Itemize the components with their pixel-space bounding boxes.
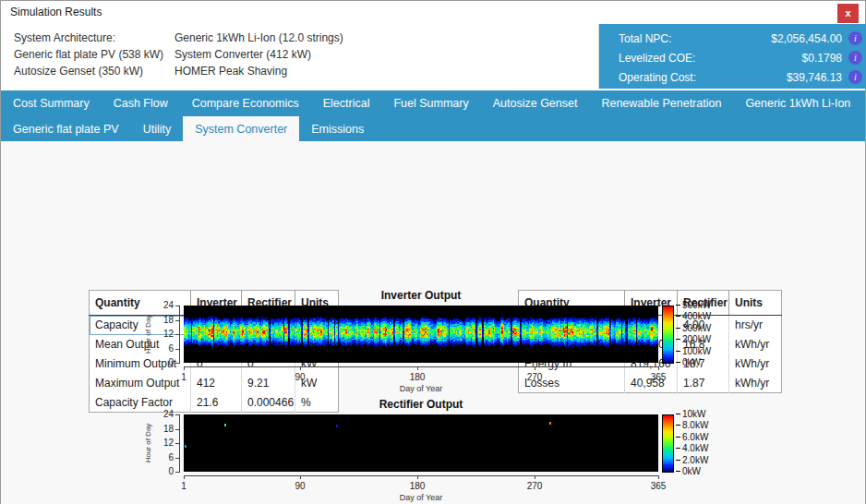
y-tick [175,320,179,321]
y-tick-label: 0 [152,357,174,367]
y-tick-label: 6 [152,452,174,462]
architecture-value: System Converter (412 kW) [174,46,343,63]
architecture-value: Autosize Genset (350 kW) [14,63,169,79]
x-axis-label: Day of Year [384,493,458,502]
y-tick [175,334,179,335]
tab-renewable-penetration[interactable]: Renewable Penetration [589,90,733,116]
legend-tick [676,425,680,426]
tab-generic-1kwh-li-ion[interactable]: Generic 1kWh Li-Ion [733,90,862,116]
title-bar: Simulation Results x [1,1,865,25]
x-tick [300,366,301,370]
metric-label: Levelized COE: [619,52,695,65]
y-tick-label: 18 [152,424,174,434]
simulation-results-window: Simulation Results x System Architecture… [0,0,866,504]
y-axis [179,414,180,473]
y-tick [175,414,179,415]
x-tick-label: 365 [644,481,672,491]
legend-label: 300kW [676,323,711,333]
legend-tick [676,460,680,461]
y-tick [175,472,179,473]
legend-label-text: 8.0kW [682,420,708,430]
legend-label: 2.0kW [676,455,708,465]
legend-label-text: 10kW [682,409,706,419]
legend-tick [676,448,680,449]
y-tick [175,306,179,306]
x-tick [535,366,535,370]
legend-label: 0kW [676,357,701,367]
info-icon[interactable]: i [848,31,862,45]
legend-label-text: 0kW [682,357,701,367]
tab-cost-summary[interactable]: Cost Summary [1,90,102,116]
legend-tick [676,316,680,317]
x-tick-label: 90 [286,372,314,382]
x-tick [417,366,418,370]
y-tick [175,458,179,459]
metric-row: Operating Cost:$39,746.13i [619,67,862,87]
tab-row-1: Cost SummaryCash FlowCompare EconomicsEl… [1,90,865,116]
legend-label-text: 4.0kW [682,443,708,453]
legend-label: 4.0kW [676,443,708,453]
metric-label: Operating Cost: [619,71,696,84]
y-tick-label: 24 [152,300,174,310]
architecture-label: System Architecture: [14,30,169,46]
rectifier-output-heatmap [184,414,658,472]
tab-fuel-summary[interactable]: Fuel Summary [381,90,480,116]
architecture-value: Generic flat plate PV (538 kW) [14,46,169,63]
legend-label-text: 400kW [682,311,711,321]
legend-label: 0kW [676,466,701,476]
x-tick-label: 1 [170,372,198,382]
legend-tick [676,471,680,472]
info-icon[interactable]: i [848,51,862,65]
x-tick [417,475,418,479]
metric-value: $39,746.13 [787,71,842,84]
tab-bar: Cost SummaryCash FlowCompare EconomicsEl… [1,90,865,141]
legend-tick [676,305,680,306]
metric-row: Levelized COE:$0.1798i [619,48,862,67]
metric-value: $0.1798 [802,52,842,65]
legend-label-text: 500kW [682,300,711,310]
tab-autosize-genset[interactable]: Autosize Genset [481,90,590,116]
x-tick-label: 270 [521,481,548,491]
legend-color-bar [662,414,674,473]
tab-system-converter[interactable]: System Converter [183,116,299,141]
x-tick-label: 180 [403,481,431,491]
metric-row: Total NPC:$2,056,454.00i [619,29,862,48]
y-tick-label: 0 [152,466,174,476]
tab-cash-flow[interactable]: Cash Flow [102,90,180,116]
y-axis-label: Hour of Day [144,315,152,354]
y-tick-label: 6 [152,343,174,354]
y-tick-label: 24 [152,409,174,419]
legend-tick [676,437,680,438]
chart-title-rectifier-output: Rectifier Output [184,398,658,411]
info-icon[interactable]: i [848,70,862,84]
x-tick [184,475,185,479]
legend-label: 500kW [676,300,711,310]
y-tick-label: 18 [152,315,174,325]
y-tick-label: 12 [152,329,174,339]
x-tick [535,475,535,479]
tab-utility[interactable]: Utility [131,116,184,141]
architecture-value: Generic 1kWh Li-Ion (12.0 strings) [174,30,343,46]
x-tick [300,475,301,479]
x-tick-label: 270 [521,372,548,382]
legend-label: 6.0kW [676,432,708,442]
x-tick-label: 180 [403,372,431,382]
close-button[interactable]: x [837,4,859,23]
legend-tick [676,351,680,352]
system-architecture: System Architecture: Generic 1kWh Li-Ion… [14,30,343,79]
metric-value: $2,056,454.00 [771,32,842,45]
legend-label: 8.0kW [676,420,708,430]
tab-emissions[interactable]: Emissions [299,116,376,141]
tab-compare-economics[interactable]: Compare Economics [180,90,311,116]
x-tick-label: 365 [644,372,672,382]
legend-label: 100kW [676,346,711,356]
chart-title-inverter-output: Inverter Output [184,289,658,302]
tab-electrical[interactable]: Electrical [311,90,382,116]
y-axis [179,306,180,364]
tab-row-2: Generic flat plate PVUtilitySystem Conve… [1,116,865,141]
x-axis-label: Day of Year [384,384,458,393]
architecture-value: HOMER Peak Shaving [174,63,343,79]
tab-generic-flat-plate-pv[interactable]: Generic flat plate PV [1,116,131,141]
window-title: Simulation Results [10,6,102,18]
system-converter-panel: QuantityInverterRectifierUnitsCapacity41… [1,141,865,504]
